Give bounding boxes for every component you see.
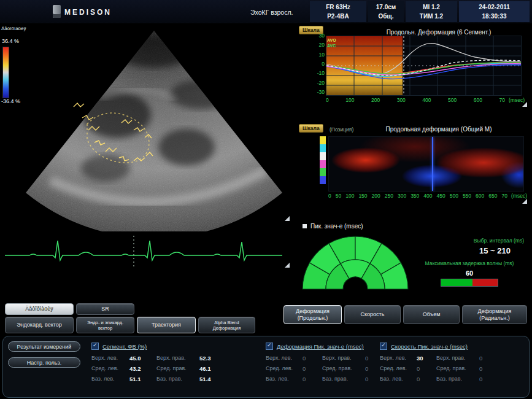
section-header: Деформация Пик. знач-е (msec) <box>277 343 364 350</box>
table-row: Баз. лев.0 Баз. прав.0 <box>380 376 496 382</box>
section-header: Сегмент. ФВ (%) <box>102 343 147 350</box>
ultrasound-app: MEDISON ЭхоКГ взросл. FR 63Hz P2-4BA 17.… <box>0 0 532 399</box>
endocard-vector-button[interactable]: Эндокард. вектор <box>5 317 74 333</box>
mmode-panel: Шкала (Позиция) Продольная деформация (О… <box>298 120 531 214</box>
medison-logo-icon <box>53 5 61 18</box>
velocity-button[interactable]: Скорость <box>344 305 401 324</box>
sr-button[interactable]: SR <box>76 303 134 315</box>
legend-color <box>320 144 326 152</box>
table-row: Баз. лев.51.1 Баз. прав.51.4 <box>91 376 257 382</box>
alpha-blend-button[interactable]: Alpha Blend Деформация <box>198 317 255 333</box>
strain-mmode-heatmap <box>328 136 524 192</box>
checkbox[interactable] <box>266 343 273 350</box>
legend-color <box>320 176 326 184</box>
results-panel: Результат измерений Настр. польз. Сегмен… <box>2 336 530 398</box>
mmode-title: Продольная деформация (Общий M) <box>353 126 525 133</box>
brand-text: MEDISON <box>64 8 112 17</box>
bullet-square-icon <box>303 224 307 228</box>
trajectory-button[interactable]: Траектория <box>137 317 196 333</box>
avc-badge: AVC <box>327 43 336 48</box>
strain-curves-plot <box>326 36 522 96</box>
endo-epicard-vector-button[interactable]: Эндо- и эпикард. вектор <box>76 317 134 333</box>
date-value: 24-02-2011 <box>459 2 530 12</box>
time-value: 18:30:33 <box>459 12 530 21</box>
top-bar: MEDISON ЭхоКГ взросл. FR 63Hz P2-4BA 17.… <box>0 0 532 24</box>
table-row: Сред. лев.0 Сред. прав.0 <box>380 365 496 372</box>
probe-name: P2-4BA <box>310 12 366 21</box>
volume-button[interactable]: Объем <box>403 305 460 324</box>
strain-x-axis: 0 100 200 300 400 500 600 70 <box>326 97 505 103</box>
peak-values-title: Пик. знач-е (msec) <box>303 223 363 230</box>
resize-handle-icon[interactable] <box>522 102 527 107</box>
measurement-result-button[interactable]: Результат измерений <box>8 341 80 352</box>
strain-colorbar <box>2 47 9 98</box>
interval-label: Выбр. интервал (ms) <box>411 238 528 244</box>
velocity-peak-section: Скорость Пик. знач-е (msec) Верх. лев.30… <box>380 340 496 382</box>
ultrasound-image[interactable] <box>13 26 296 231</box>
strain-radial-button[interactable]: Деформация (Радиальн.) <box>462 305 527 324</box>
table-row: Сред. лев.0 Сред. прав.0 <box>266 365 382 372</box>
delay-label: Максимальная задержка волны (ms) <box>411 260 528 266</box>
index-info: MI 1.2 ТИМ 1.2 <box>406 1 457 22</box>
segment-color-legend <box>320 136 326 184</box>
depth-info: 17.0см Общ. <box>368 1 404 22</box>
strain-peak-section: Деформация Пик. знач-е (msec) Верх. лев.… <box>266 340 382 382</box>
legend-color <box>320 168 326 176</box>
table-row: Сред. лев.43.2 Сред. прав.46.1 <box>91 365 257 372</box>
mmode-x-unit: (msec) <box>511 193 527 199</box>
table-row: Баз. лев.0 Баз. прав.0 <box>266 376 382 382</box>
checkbox[interactable] <box>91 343 99 350</box>
acquisition-info: FR 63Hz P2-4BA <box>310 1 366 22</box>
exam-type-label: ЭхоКГ взросл. <box>250 9 293 16</box>
depth-value: 17.0см <box>368 2 404 12</box>
legend-color <box>320 160 326 168</box>
interval-value: 15 ~ 210 <box>411 246 528 255</box>
user-settings-button[interactable]: Настр. польз. <box>8 357 80 368</box>
tim-value: ТИМ 1.2 <box>406 12 457 21</box>
frame-rate: FR 63Hz <box>310 2 366 12</box>
mi-value: MI 1.2 <box>406 2 457 12</box>
avo-badge: AVO <box>327 37 336 43</box>
legend-color <box>320 136 326 144</box>
peak-values-readouts: Выбр. интервал (ms) 15 ~ 210 Максимальна… <box>411 238 528 287</box>
strain-longitudinal-button[interactable]: Деформация (Продольн.) <box>283 305 342 324</box>
strain-chart-title: Продольн. Деформация (6 Сегмент.) <box>353 29 525 36</box>
checkbox[interactable] <box>380 343 387 350</box>
ecg-trace <box>5 234 282 268</box>
mmode-x-axis: 0 50 100 150 200 250 300 350 400 450 500… <box>328 193 507 199</box>
section-header: Скорость Пик. знач-е (msec) <box>391 343 468 350</box>
table-row: Верх. лев.0 Верх. прав.0 <box>266 355 382 362</box>
delay-value: 60 <box>411 269 528 277</box>
strain-y-axis: 30 20 10 0 -10 -20 -30 <box>310 33 325 95</box>
mmode-cursor-line <box>432 137 433 191</box>
table-row: Верх. лев.45.0 Верх. прав.52.3 <box>91 355 257 362</box>
delay-scale-bar <box>441 279 498 287</box>
legend-color <box>320 152 326 160</box>
scale-button[interactable]: Шкала <box>299 124 323 133</box>
mode-label: Общ. <box>368 12 404 21</box>
position-label: (Позиция) <box>330 126 353 133</box>
segment-bullseye-diagram[interactable] <box>301 233 411 292</box>
peak-values-panel: Пик. знач-е (msec) Выбр. интервал (ms) 1… <box>298 218 531 302</box>
strain-chart-panel: Шкала Продольн. Деформация (6 Сегмент.) … <box>298 25 531 118</box>
resize-handle-icon[interactable] <box>285 263 290 268</box>
segment-ef-section: Сегмент. ФВ (%) Верх. лев.45.0 Верх. пра… <box>91 340 257 382</box>
datetime-info: 24-02-2011 18:30:33 <box>459 1 530 22</box>
resize-handle-icon[interactable] <box>285 216 290 221</box>
deformation-button[interactable]: Äåôîðìàöèÿ <box>5 303 74 315</box>
resize-handle-icon[interactable] <box>522 199 527 204</box>
table-row: Верх. лев.30 Верх. прав.0 <box>380 355 496 362</box>
